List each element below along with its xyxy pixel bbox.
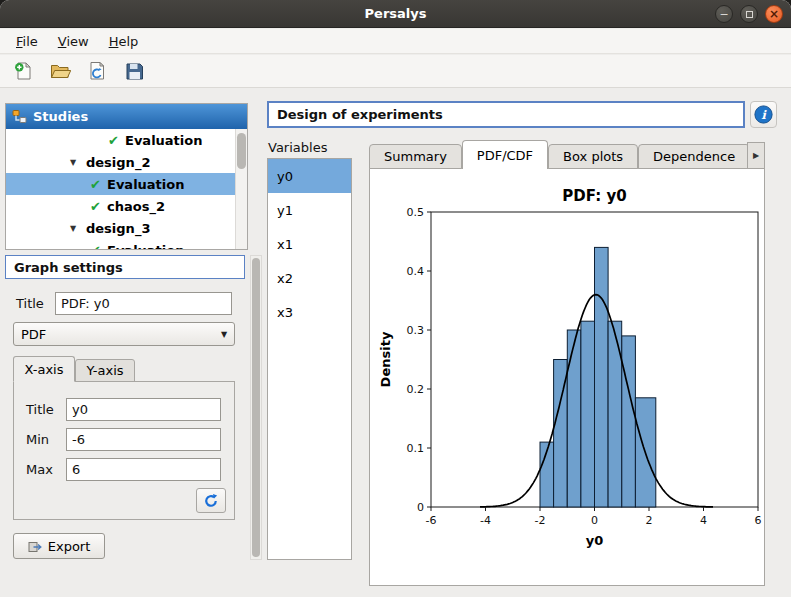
axis-min-input[interactable] [66, 428, 221, 451]
maximize-button[interactable] [740, 5, 758, 23]
import-script-button[interactable] [82, 56, 112, 86]
x-tick-label: -6 [426, 514, 437, 527]
variable-item-x1[interactable]: x1 [268, 227, 351, 261]
graph-settings-title: Graph settings [14, 260, 123, 275]
y-tick-label: 0.1 [407, 442, 425, 455]
export-button[interactable]: Export [13, 533, 105, 559]
axis-title-label: Title [26, 402, 54, 417]
graph-settings-scrollbar-thumb[interactable] [252, 258, 260, 557]
tree-item-evaluation[interactable]: ✔Evaluation [6, 129, 235, 151]
export-icon [28, 539, 42, 553]
tree-scrollbar-thumb[interactable] [237, 133, 246, 169]
info-button[interactable]: i [750, 101, 777, 128]
scroll-right-icon: ▶ [753, 151, 759, 160]
tab-scroll-right-button[interactable]: ▶ [747, 142, 765, 169]
open-folder-icon [49, 60, 71, 82]
info-icon: i [754, 105, 773, 124]
axis-max-label: Max [26, 462, 53, 477]
tree-item-evaluation[interactable]: ✔Evaluation [6, 239, 235, 249]
studies-header-label: Studies [33, 109, 88, 124]
import-script-icon [86, 60, 108, 82]
tab-label: PDF/CDF [477, 148, 533, 163]
expand-arrow-icon[interactable]: ▼ [70, 158, 86, 167]
tree-item-evaluation[interactable]: ✔Evaluation [6, 173, 235, 195]
variable-item-label: y0 [277, 169, 293, 184]
graph-title-input[interactable] [55, 292, 232, 315]
y-tick-label: 0.2 [407, 383, 425, 396]
tab-y-axis[interactable]: Y-axis [75, 359, 135, 382]
histogram-bar [567, 330, 581, 507]
axis-max-input[interactable] [66, 458, 221, 481]
tab-label: Dependence [653, 149, 735, 164]
variable-item-y1[interactable]: y1 [268, 193, 351, 227]
tree-item-design-3[interactable]: ▼design_3 [6, 217, 235, 239]
minimize-button[interactable]: − [715, 5, 733, 23]
y-tick-label: 0.4 [407, 265, 425, 278]
close-button[interactable]: × [765, 5, 783, 23]
result-tabbar: SummaryPDF/CDFBox plotsDependenceTa [369, 140, 747, 169]
tree-item-label: Evaluation [107, 177, 184, 192]
variable-item-x2[interactable]: x2 [268, 261, 351, 295]
y-axis-label: Density [378, 331, 393, 387]
variable-item-y0[interactable]: y0 [268, 159, 351, 193]
save-button[interactable] [119, 56, 149, 86]
check-icon: ✔ [108, 133, 125, 148]
menu-view[interactable]: View [48, 31, 99, 52]
studies-icon [12, 109, 27, 124]
tree-scrollbar[interactable] [235, 129, 247, 249]
pdf-cdf-tab-content: -6-4-2024600.10.20.30.40.5PDF: y0y0Densi… [369, 168, 765, 586]
tree-item-chaos-2[interactable]: ✔chaos_2 [6, 195, 235, 217]
tab-x-axis-label: X-axis [25, 362, 64, 377]
tab-y-axis-label: Y-axis [86, 363, 123, 378]
chart-title: PDF: y0 [562, 187, 626, 205]
tab-x-axis[interactable]: X-axis [13, 356, 75, 382]
y-tick-label: 0 [417, 501, 424, 514]
tab-pdf-cdf[interactable]: PDF/CDF [462, 140, 548, 169]
variable-item-label: x1 [277, 237, 293, 252]
variables-label: Variables [268, 140, 327, 155]
menu-help[interactable]: Help [99, 31, 149, 52]
graph-settings-scrollbar[interactable] [250, 255, 262, 560]
axis-min-label: Min [26, 432, 49, 447]
histogram-bar [595, 247, 609, 507]
new-study-button[interactable] [8, 56, 38, 86]
app-window: Persalys − × FileViewHelp [0, 0, 791, 597]
graph-title-label: Title [16, 296, 44, 311]
tab-label: Summary [384, 149, 447, 164]
pdf-chart: -6-4-2024600.10.20.30.40.5PDF: y0y0Densi… [370, 169, 764, 585]
tab-label: Box plots [563, 149, 623, 164]
axis-title-input[interactable] [66, 398, 221, 421]
histogram-bar [581, 321, 595, 507]
page-title: Design of experiments [267, 101, 745, 128]
graph-settings-header[interactable]: Graph settings [5, 255, 245, 279]
y-tick-label: 0.5 [407, 206, 425, 219]
variable-item-x3[interactable]: x3 [268, 295, 351, 329]
menu-file[interactable]: File [6, 31, 48, 52]
tab-summary[interactable]: Summary [369, 144, 462, 169]
check-icon: ✔ [90, 243, 107, 250]
new-document-icon [12, 60, 34, 82]
titlebar[interactable]: Persalys − × [0, 0, 791, 28]
axis-settings-pane: Title Min Max [13, 381, 235, 520]
plot-type-dropdown[interactable]: PDF ▼ [13, 322, 235, 346]
x-tick-label: 4 [700, 514, 707, 527]
tree-item-design-2[interactable]: ▼design_2 [6, 151, 235, 173]
refresh-icon [202, 492, 220, 510]
page-title-label: Design of experiments [277, 107, 443, 122]
x-axis-label: y0 [586, 533, 604, 548]
chevron-down-icon: ▼ [214, 330, 234, 339]
refresh-button[interactable] [196, 488, 226, 513]
x-tick-label: -4 [480, 514, 491, 527]
histogram-bar [622, 336, 636, 507]
window-title: Persalys [365, 6, 427, 21]
tree-item-label: Evaluation [125, 133, 202, 148]
expand-arrow-icon[interactable]: ▼ [70, 224, 86, 233]
tree-item-label: design_2 [86, 155, 150, 170]
open-study-button[interactable] [45, 56, 75, 86]
x-tick-label: 0 [591, 514, 598, 527]
tab-box-plots[interactable]: Box plots [548, 144, 638, 169]
variable-item-label: x3 [277, 305, 293, 320]
tab-dependence[interactable]: Dependence [638, 144, 747, 169]
studies-tree-header[interactable]: Studies [6, 104, 247, 129]
x-tick-label: 6 [755, 514, 762, 527]
